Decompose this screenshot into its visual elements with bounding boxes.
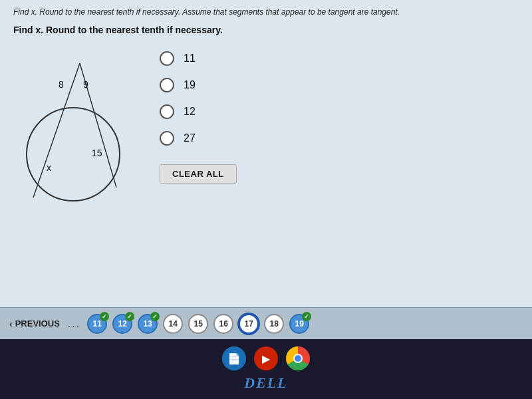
answer-option-4[interactable]: 27 — [160, 131, 519, 146]
question-text: Find x. Round to the nearest tenth if ne… — [13, 25, 519, 35]
nav-page-11[interactable]: 11 ✓ — [87, 314, 107, 334]
answer-label-4: 27 — [184, 132, 196, 144]
nav-page-14[interactable]: 14 — [163, 314, 183, 334]
svg-text:9: 9 — [83, 79, 88, 90]
radio-button-1[interactable] — [160, 51, 174, 66]
answer-option-1[interactable]: 11 — [160, 51, 519, 66]
radio-button-4[interactable] — [160, 131, 174, 146]
nav-page-15[interactable]: 15 — [188, 314, 208, 334]
diagram-area: 8 9 15 x — [13, 45, 146, 217]
check-mark-11: ✓ — [100, 312, 109, 321]
answer-label-3: 12 — [184, 106, 196, 118]
taskbar-icon-media[interactable]: ▶ — [254, 346, 278, 370]
nav-page-19[interactable]: 19 ✓ — [289, 314, 309, 334]
svg-line-1 — [33, 63, 80, 198]
chevron-left-icon: ‹ — [9, 319, 13, 329]
dell-logo: DELL — [244, 374, 287, 392]
check-mark-13: ✓ — [150, 312, 160, 321]
answer-option-3[interactable]: 12 — [160, 104, 519, 119]
nav-ellipsis: ... — [68, 318, 80, 330]
content-area: 8 9 15 x 11 19 12 — [13, 45, 519, 217]
taskbar-icons: 📄 ▶ — [222, 346, 310, 370]
svg-text:x: x — [47, 162, 51, 173]
radio-button-2[interactable] — [160, 78, 174, 92]
nav-page-17[interactable]: 17 — [239, 314, 259, 334]
nav-page-18[interactable]: 18 — [264, 314, 284, 334]
file-icon: 📄 — [227, 352, 241, 365]
diagram-svg: 8 9 15 x — [13, 45, 146, 217]
svg-text:15: 15 — [92, 148, 102, 158]
taskbar-icon-file[interactable]: 📄 — [222, 346, 246, 370]
clear-all-button[interactable]: CLEAR ALL — [160, 164, 237, 184]
taskbar-icon-chrome[interactable] — [286, 346, 310, 370]
nav-page-12[interactable]: 12 ✓ — [112, 314, 132, 334]
answers-area: 11 19 12 27 CLEAR ALL — [160, 45, 519, 184]
previous-label: PREVIOUS — [15, 319, 60, 329]
nav-page-16[interactable]: 16 — [213, 314, 233, 334]
top-instruction: Find x. Round to the nearest tenth if ne… — [13, 7, 519, 18]
taskbar: 📄 ▶ DELL — [0, 339, 532, 399]
nav-page-13[interactable]: 13 ✓ — [138, 314, 158, 334]
chrome-center — [293, 354, 303, 363]
check-mark-19: ✓ — [302, 312, 311, 321]
answer-option-2[interactable]: 19 — [160, 78, 519, 92]
check-mark-12: ✓ — [125, 312, 134, 321]
previous-button[interactable]: ‹ PREVIOUS — [9, 319, 60, 329]
main-content: Find x. Round to the nearest tenth if ne… — [0, 0, 532, 339]
answer-label-1: 11 — [184, 53, 196, 65]
answer-label-2: 19 — [184, 79, 196, 91]
svg-text:8: 8 — [59, 79, 64, 90]
radio-button-3[interactable] — [160, 104, 174, 119]
media-icon: ▶ — [262, 352, 270, 365]
nav-bar: ‹ PREVIOUS ... 11 ✓ 12 ✓ 13 ✓ 14 15 16 1… — [0, 307, 532, 339]
svg-point-0 — [27, 108, 120, 201]
